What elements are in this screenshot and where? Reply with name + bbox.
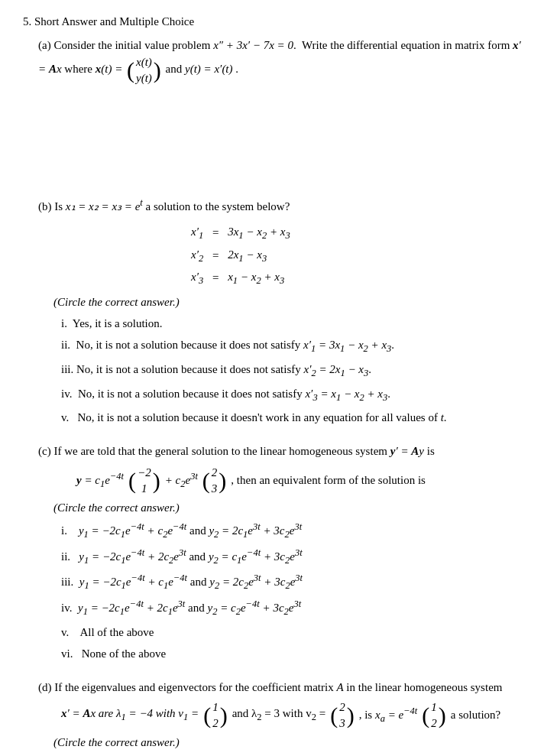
vec2-c: ( 2 3 ) [202,465,227,497]
list-item: iii. No, it is not a solution because it… [61,359,521,382]
list-item: i. y1 = −2c1e−4t + c2e−4t and y2 = 2c1e3… [61,519,521,543]
eq-row-1: x′1 = 3x1 − x2 + x3 [191,222,290,245]
list-item: i. Yes, it is a solution. [61,754,521,756]
vec1-c: ( −2 1 ) [128,465,160,497]
part-d-equation: x′ = Ax are λ1 = −4 with v1 = ( 1 2 ) an… [61,699,521,732]
eq-row-2: x′2 = 2x1 − x3 [191,245,267,268]
part-a-text: (a) Consider the initial value problem x… [38,36,521,86]
part-d-circle-note: (Circle the correct answer.) [38,736,521,749]
list-item: iii. y1 = −2c1e−4t + c1e−4t and y2 = 2c2… [61,570,521,595]
part-d-text: (d) If the eigenvalues and eigenvectors … [38,678,521,696]
part-a-label: (a) [38,39,51,51]
part-a-and: and y(t) = x′(t) . [166,63,238,75]
list-item: v. No, it is not a solution because it d… [61,407,521,427]
system-equations: x′1 = 3x1 − x2 + x3 x′2 = 2x1 − x3 x′3 =… [38,222,521,290]
list-item: ii. No, it is not a solution because it … [61,335,521,358]
part-c-circle-note: (Circle the correct answer.) [38,501,521,514]
part-c-text: (c) If we are told that the general solu… [38,442,521,460]
vec1-d: ( 1 2 ) [203,699,228,732]
matrix-xt: ( x(t) y(t) ) [127,54,161,86]
part-d-label: (d) [38,681,52,693]
eq-row-3: x′3 = x1 − x2 + x3 [191,267,284,290]
part-a: (a) Consider the initial value problem x… [23,36,521,181]
part-b: (b) Is x₁ = x₂ = x₃ = et a solution to t… [23,195,521,428]
part-d-and: and λ2 = 3 with v2 = [232,707,326,723]
list-item: i. Yes, it is a solution. [61,313,521,333]
list-item: iv. y1 = −2c1e−4t + 2c1e3t and y2 = c2e−… [61,596,521,621]
list-item: iv. No, it is not a solution because it … [61,384,521,407]
problem-number: 5. Short Answer and Multiple Choice [23,15,521,28]
list-item: v. All of the above [61,622,521,642]
vec3-d: ( 1 2 ) [422,699,446,732]
part-b-options: i. Yes, it is a solution. ii. No, it is … [38,313,521,428]
general-solution: y = c1e−4t ( −2 1 ) + c2e3t ( 2 3 ) , th… [53,465,521,497]
vec2-d: ( 2 3 ) [330,699,355,732]
list-item: ii. y1 = −2c1e−4t + 2c2e3t and y2 = c1e−… [61,545,521,569]
list-item: vi. None of the above [61,644,521,664]
part-c-options: i. y1 = −2c1e−4t + c2e−4t and y2 = 2c1e3… [38,519,521,664]
part-d-options: i. Yes, it is a solution. ii. No, it is … [38,754,521,756]
part-b-label: (b) [38,200,52,213]
part-c-label: (c) [38,445,51,457]
part-b-text: (b) Is x₁ = x₂ = x₃ = et a solution to t… [38,195,521,216]
part-c: (c) If we are told that the general solu… [23,442,521,664]
part-b-circle-note: (Circle the correct answer.) [38,296,521,309]
part-d: (d) If the eigenvalues and eigenvectors … [23,678,521,756]
